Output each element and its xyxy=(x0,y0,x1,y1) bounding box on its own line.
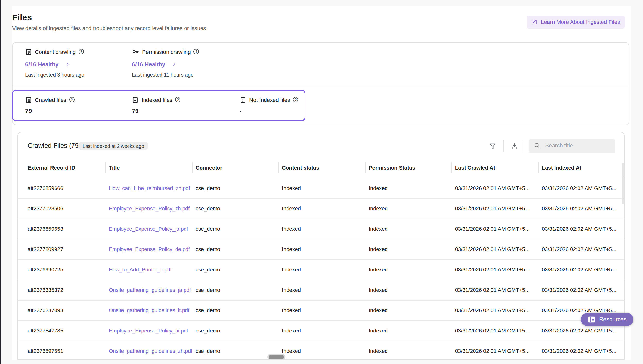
cell-permission-status: Indexed xyxy=(365,320,452,341)
chevron-right-icon xyxy=(65,62,70,67)
clipboard-list-icon xyxy=(25,96,32,103)
file-title-link[interactable]: Onsite_gathering_guidelines_zh.pdf xyxy=(109,348,192,354)
indexed-files-value: 79 xyxy=(132,108,181,114)
file-title-link[interactable]: Onsite_gathering_guidelines_ja.pdf xyxy=(109,287,191,293)
file-title-link[interactable]: How_can_I_be_reimbursed_zh.pdf xyxy=(109,185,190,191)
table-row[interactable]: att2377023506 Employee_Expense_Policy_zh… xyxy=(18,198,624,218)
cell-external-record-id: att2377547785 xyxy=(18,320,106,341)
cell-connector: cse_demo xyxy=(192,239,279,259)
resources-label: Resources xyxy=(599,316,626,323)
cell-content-status: Indexed xyxy=(279,259,365,280)
file-title-link[interactable]: Onsite_gathering_guidelines_it.pdf xyxy=(109,307,189,313)
content-crawling-health-link[interactable]: 6/16 Healthy xyxy=(25,61,84,68)
crawled-files-stat: Crawled files ? 79 xyxy=(25,96,75,114)
table-row[interactable]: att2377547785 Employee_Expense_Policy_hi… xyxy=(18,320,624,341)
toolbar-divider xyxy=(504,140,504,152)
help-icon[interactable]: ? xyxy=(175,97,181,102)
table-row[interactable]: att2376237093 Onsite_gathering_guideline… xyxy=(18,300,624,320)
cell-external-record-id: att2376859653 xyxy=(18,218,106,239)
file-title-link[interactable]: Employee_Expense_Policy_de.pdf xyxy=(109,246,190,252)
table-body: att2376859666 How_can_I_be_reimbursed_zh… xyxy=(18,178,624,360)
cell-permission-status: Indexed xyxy=(365,280,452,300)
vertical-scrollbar-thumb[interactable] xyxy=(622,163,623,204)
table-row[interactable]: att2377809927 Employee_Expense_Policy_de… xyxy=(18,239,624,259)
cell-title: How_to_Add_Printer_fr.pdf xyxy=(106,259,192,280)
cell-content-status: Indexed xyxy=(279,218,365,239)
search-box xyxy=(529,138,615,153)
page-root: Files View details of ingested files and… xyxy=(0,0,643,364)
cell-last-crawled: 03/31/2026 02:01 AM GMT+5... xyxy=(452,239,538,259)
cell-content-status: Indexed xyxy=(279,320,365,341)
resources-button[interactable]: Resources xyxy=(581,312,633,326)
clipboard-icon xyxy=(25,48,32,55)
cell-title: Onsite_gathering_guidelines_ja.pdf xyxy=(106,280,192,300)
clipboard-check-icon xyxy=(132,96,139,103)
cell-last-crawled: 03/31/2026 02:01 AM GMT+5... xyxy=(452,300,538,320)
crawled-files-card: Crawled Files (79) Last indexed at 2 wee… xyxy=(18,132,624,360)
external-link-icon xyxy=(531,19,537,25)
table-row[interactable]: att2376859653 Employee_Expense_Policy_ja… xyxy=(18,218,624,239)
cell-last-crawled: 03/31/2026 02:01 AM GMT+5... xyxy=(452,320,538,341)
search-icon xyxy=(534,142,540,148)
filter-button[interactable] xyxy=(488,142,498,151)
cell-last-indexed: 03/31/2026 02:02 AM GMT+5... xyxy=(538,280,624,300)
help-icon[interactable]: ? xyxy=(293,97,298,102)
cell-permission-status: Indexed xyxy=(365,198,452,218)
col-title: Title xyxy=(106,158,192,178)
cell-last-crawled: 03/31/2026 02:01 AM GMT+5... xyxy=(452,178,538,198)
cell-connector: cse_demo xyxy=(192,341,279,360)
cell-last-indexed: 03/31/2026 02:02 AM GMT+5... xyxy=(538,178,624,198)
cell-title: How_can_I_be_reimbursed_zh.pdf xyxy=(106,178,192,198)
table-header-row: External Record ID Title Connector Conte… xyxy=(18,158,624,178)
permission-crawling-health-link[interactable]: 6/16 Healthy xyxy=(132,61,199,68)
indexed-files-label: Indexed files xyxy=(142,97,172,102)
cell-connector: cse_demo xyxy=(192,198,279,218)
file-title-link[interactable]: Employee_Expense_Policy_ja.pdf xyxy=(109,226,188,232)
cell-connector: cse_demo xyxy=(192,178,279,198)
col-external-record-id: External Record ID xyxy=(18,158,106,178)
cell-last-indexed: 03/31/2026 02:02 AM GMT+5... xyxy=(538,198,624,218)
table-row[interactable]: att2376990725 How_to_Add_Printer_fr.pdf … xyxy=(18,259,624,280)
help-icon[interactable]: ? xyxy=(79,49,84,54)
cell-last-indexed: 03/31/2026 02:02 AM GMT+5... xyxy=(538,259,624,280)
file-title-link[interactable]: Employee_Expense_Policy_zh.pdf xyxy=(109,206,190,211)
cell-last-crawled: 03/31/2026 02:01 AM GMT+5... xyxy=(452,218,538,239)
not-indexed-files-value: - xyxy=(240,108,298,114)
summary-divider xyxy=(12,87,629,88)
file-stats-card[interactable]: Crawled files ? 79 Indexed files ? 79 No… xyxy=(12,90,306,121)
table-title: Crawled Files (79) xyxy=(28,142,81,149)
last-indexed-badge: Last indexed at 2 weeks ago xyxy=(78,142,149,150)
permission-crawling-label: Permission crawling xyxy=(142,49,191,54)
cell-connector: cse_demo xyxy=(192,259,279,280)
search-input[interactable] xyxy=(544,142,609,149)
page-subtitle: View details of ingested files and troub… xyxy=(12,25,206,31)
horizontal-scrollbar-thumb[interactable] xyxy=(269,355,284,359)
table-row[interactable]: att2376859666 How_can_I_be_reimbursed_zh… xyxy=(18,178,624,198)
file-title-link[interactable]: Employee_Expense_Policy_hi.pdf xyxy=(109,328,188,334)
toolbar-divider xyxy=(522,140,522,152)
cell-content-status: Indexed xyxy=(279,178,365,198)
cell-permission-status: Indexed xyxy=(365,178,452,198)
not-indexed-files-stat: Not Indexed files ? - xyxy=(240,96,298,114)
help-icon[interactable]: ? xyxy=(194,49,199,54)
cell-connector: cse_demo xyxy=(192,218,279,239)
cell-last-crawled: 03/31/2026 02:01 AM GMT+5... xyxy=(452,280,538,300)
content-last-ingested: Last ingested 3 hours ago xyxy=(25,72,84,78)
cell-last-indexed: 03/31/2026 02:02 AM GMT+5... xyxy=(538,341,624,360)
file-title-link[interactable]: How_to_Add_Printer_fr.pdf xyxy=(109,266,172,272)
cell-permission-status: Indexed xyxy=(365,239,452,259)
chevron-right-icon xyxy=(172,62,177,67)
help-icon[interactable]: ? xyxy=(69,97,75,102)
col-permission-status: Permission Status xyxy=(365,158,452,178)
cell-title: Employee_Expense_Policy_hi.pdf xyxy=(106,320,192,341)
crawled-files-value: 79 xyxy=(25,108,75,114)
cell-content-status: Indexed xyxy=(279,280,365,300)
cell-content-status: Indexed xyxy=(279,239,365,259)
table-row[interactable]: att2376335372 Onsite_gathering_guideline… xyxy=(18,280,624,300)
cell-title: Employee_Expense_Policy_ja.pdf xyxy=(106,218,192,239)
table-row[interactable]: att2376597551 Onsite_gathering_guideline… xyxy=(18,341,624,360)
download-button[interactable] xyxy=(510,142,520,151)
learn-more-button[interactable]: Learn More About Ingested Files xyxy=(527,16,624,28)
resources-icon xyxy=(587,316,595,323)
cell-content-status: Indexed xyxy=(279,300,365,320)
